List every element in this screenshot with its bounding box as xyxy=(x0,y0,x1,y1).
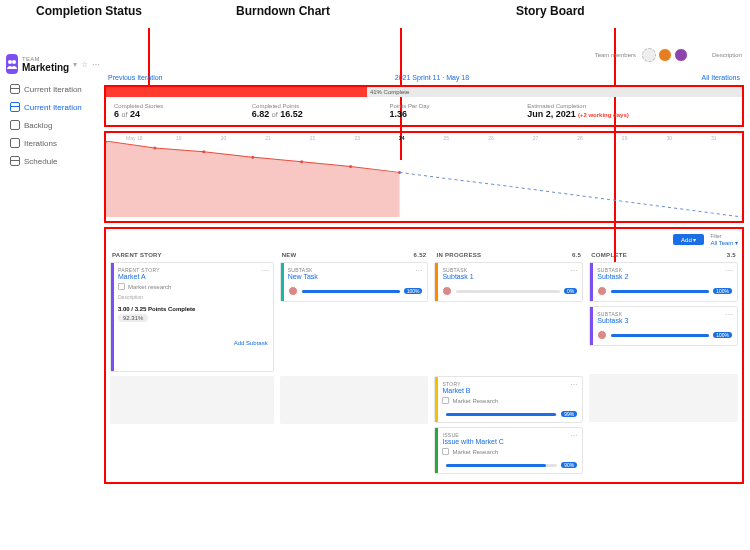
nav-current-iteration-2[interactable]: Current Iteration xyxy=(6,98,94,116)
checklist-item[interactable]: Market Research xyxy=(442,448,498,455)
column-points: 3.5 xyxy=(727,252,736,258)
card-progress-bar xyxy=(446,464,557,467)
left-nav: TEAM Marketing ▾ ☆ ⋯ Current Iteration C… xyxy=(0,48,100,550)
card-progress-pct: 100% xyxy=(713,332,732,338)
stat-completed-stories: 6 of 24 xyxy=(114,109,252,119)
card-more-icon[interactable]: ⋯ xyxy=(415,266,423,275)
card-title[interactable]: Subtask 3 xyxy=(597,317,732,324)
annotation-pointers xyxy=(0,28,750,48)
story-card[interactable]: ⋯ STORY Market B Market Research 99% xyxy=(434,376,583,423)
column-parent-story: PARENT STORY ⋯ PARENT STORY Market A Mar… xyxy=(110,250,274,478)
card-title[interactable]: Subtask 1 xyxy=(442,273,577,280)
prev-iteration-link[interactable]: Previous Iteration xyxy=(108,74,162,81)
annotation-storyboard: Story Board xyxy=(516,4,585,28)
team-dropdown-icon[interactable]: ▾ xyxy=(73,60,77,69)
column-in-progress: IN PROGRESS6.5 ⋯ SUBTASK Subtask 1 0% xyxy=(434,250,583,478)
assignee-avatar[interactable] xyxy=(288,286,298,296)
card-progress-bar xyxy=(456,290,560,293)
grid-icon xyxy=(10,138,20,148)
add-subtask-link[interactable]: Add Subtask xyxy=(118,340,268,346)
card-title[interactable]: New Task xyxy=(288,273,423,280)
progress-bar: 41% Complete xyxy=(106,87,742,97)
team-name: Marketing xyxy=(22,62,69,73)
task-card[interactable]: ⋯ SUBTASK Subtask 2 100% xyxy=(589,262,738,302)
card-more-icon[interactable]: ⋯ xyxy=(570,266,578,275)
nav-current-iteration-1[interactable]: Current Iteration xyxy=(6,80,94,98)
card-progress-bar xyxy=(302,290,400,293)
burndown-x-ticks: May 1819202122232425262728293031 xyxy=(106,135,742,141)
column-points: 6.52 xyxy=(414,252,427,258)
card-progress-pct: 100% xyxy=(404,288,423,294)
assignee-avatar[interactable] xyxy=(442,286,452,296)
column-points: 6.5 xyxy=(572,252,581,258)
story-board-section: Add ▾ FilterAll Team ▾ PARENT STORY ⋯ PA… xyxy=(104,227,744,484)
card-more-icon[interactable]: ⋯ xyxy=(570,380,578,389)
card-progress-bar xyxy=(611,290,709,293)
card-title[interactable]: Market B xyxy=(442,387,577,394)
nav-label: Iterations xyxy=(24,139,57,148)
card-progress-pct: 90% xyxy=(561,462,577,468)
points-complete: 3.00 / 3.25 Points Complete xyxy=(118,306,268,312)
completion-status-section: 41% Complete Completed Stories 6 of 24 C… xyxy=(104,85,744,127)
list-icon xyxy=(10,120,20,130)
member-avatar[interactable] xyxy=(674,48,688,62)
empty-cell xyxy=(280,376,429,424)
svg-point-5 xyxy=(251,156,254,159)
column-complete: COMPLETE3.5 ⋯ SUBTASK Subtask 2 100% xyxy=(589,250,738,478)
card-more-icon[interactable]: ⋯ xyxy=(725,310,733,319)
assignee-avatar[interactable] xyxy=(597,330,607,340)
nav-label: Current Iteration xyxy=(24,85,82,94)
nav-schedule[interactable]: Schedule xyxy=(6,152,94,170)
nav-label: Schedule xyxy=(24,157,57,166)
card-more-icon[interactable]: ⋯ xyxy=(570,431,578,440)
card-title[interactable]: Market A xyxy=(118,273,268,280)
team-star-icon[interactable]: ☆ xyxy=(81,60,88,69)
card-title[interactable]: Issue with Market C xyxy=(442,438,577,445)
card-progress-bar xyxy=(446,413,557,416)
checklist-item[interactable]: Market research xyxy=(118,283,171,290)
column-header: PARENT STORY xyxy=(112,252,162,258)
checkbox-icon xyxy=(118,283,125,290)
empty-cell xyxy=(589,374,738,422)
svg-point-4 xyxy=(202,150,205,153)
column-header: COMPLETE xyxy=(591,252,627,258)
svg-point-1 xyxy=(12,60,16,64)
calendar-icon xyxy=(10,102,20,112)
add-button[interactable]: Add ▾ xyxy=(673,234,704,245)
task-card[interactable]: ⋯ SUBTASK Subtask 3 100% xyxy=(589,306,738,346)
svg-point-3 xyxy=(153,146,156,149)
issue-card[interactable]: ⋯ ISSUE Issue with Market C Market Resea… xyxy=(434,427,583,474)
team-header: TEAM Marketing ▾ ☆ ⋯ xyxy=(6,54,94,74)
nav-iterations[interactable]: Iterations xyxy=(6,134,94,152)
assignee-avatar[interactable] xyxy=(597,286,607,296)
annotation-completion: Completion Status xyxy=(36,4,236,28)
stat-completed-points: 6.82 of 16.52 xyxy=(252,109,390,119)
task-card[interactable]: ⋯ SUBTASK Subtask 1 0% xyxy=(434,262,583,302)
calendar-icon xyxy=(10,156,20,166)
task-card[interactable]: ⋯ SUBTASK New Task 100% xyxy=(280,262,429,302)
stat-est-completion: Jun 2, 2021(+2 working days) xyxy=(527,109,734,119)
filter-dropdown[interactable]: FilterAll Team ▾ xyxy=(710,233,738,246)
card-more-icon[interactable]: ⋯ xyxy=(261,266,269,275)
all-iterations-link[interactable]: All Iterations xyxy=(701,74,740,81)
empty-cell xyxy=(110,376,274,424)
burndown-section: May 1819202122232425262728293031 xyxy=(104,131,744,223)
member-avatar[interactable] xyxy=(658,48,672,62)
svg-point-0 xyxy=(8,60,12,64)
card-title[interactable]: Subtask 2 xyxy=(597,273,732,280)
parent-story-card[interactable]: ⋯ PARENT STORY Market A Market research … xyxy=(110,262,274,372)
nav-backlog[interactable]: Backlog xyxy=(6,116,94,134)
column-new: NEW6.52 ⋯ SUBTASK New Task 100% xyxy=(280,250,429,478)
progress-fill xyxy=(106,87,367,97)
card-more-icon[interactable]: ⋯ xyxy=(725,266,733,275)
main-content: Team members Description Previous Iterat… xyxy=(100,48,750,550)
calendar-icon xyxy=(10,84,20,94)
annotation-burndown: Burndown Chart xyxy=(236,4,516,28)
members-label: Team members xyxy=(595,52,636,58)
iteration-label: 2021 Sprint 11 · May 18 xyxy=(395,74,469,81)
checklist-item[interactable]: Market Research xyxy=(442,397,498,404)
add-member-icon[interactable] xyxy=(642,48,656,62)
svg-point-6 xyxy=(300,160,303,163)
card-progress-pct: 100% xyxy=(713,288,732,294)
description-link[interactable]: Description xyxy=(712,52,742,58)
